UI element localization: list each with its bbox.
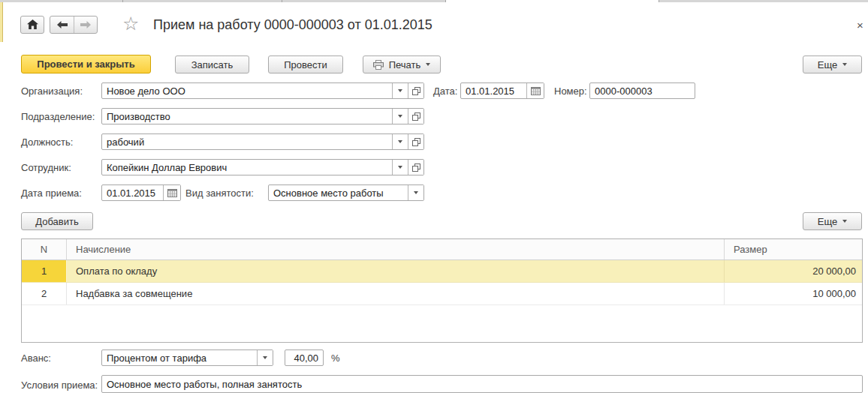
- conditions-input[interactable]: [102, 376, 862, 392]
- doc-date-calendar-button[interactable]: [526, 83, 544, 98]
- position-input[interactable]: [102, 134, 392, 149]
- more-label: Еще: [818, 59, 837, 70]
- employee-open-button[interactable]: [408, 160, 423, 175]
- employee-field: [101, 159, 424, 176]
- organization-dropdown-button[interactable]: [392, 83, 408, 98]
- close-icon[interactable]: ×: [857, 20, 863, 31]
- employee-input[interactable]: [102, 160, 392, 175]
- doc-number-label: Номер:: [554, 86, 587, 97]
- employee-label: Сотрудник:: [21, 162, 71, 173]
- tab-divider: [659, 0, 659, 2]
- more-dropdown-icon: [842, 63, 847, 66]
- conditions-label: Условия приема:: [21, 380, 98, 391]
- doc-date-input[interactable]: [461, 83, 526, 98]
- organization-field: [101, 82, 424, 99]
- organization-label: Организация:: [21, 86, 83, 97]
- home-button[interactable]: [20, 16, 44, 34]
- calendar-icon: [531, 87, 541, 95]
- position-dropdown-button[interactable]: [392, 134, 408, 149]
- forward-arrow-icon: [80, 21, 91, 28]
- row-accrual-cell: Оплата по окладу: [67, 260, 725, 282]
- print-button[interactable]: Печать: [363, 56, 441, 74]
- add-row-button[interactable]: Добавить: [21, 212, 93, 230]
- more-label: Еще: [818, 216, 837, 227]
- column-header-amount[interactable]: Размер: [725, 239, 862, 260]
- advance-label: Аванс:: [21, 352, 51, 364]
- row-num-cell: 1: [22, 260, 67, 282]
- advance-percent-field: [285, 350, 324, 366]
- organization-input[interactable]: [102, 83, 392, 98]
- printer-icon: [373, 60, 384, 70]
- department-input[interactable]: [102, 109, 392, 124]
- document-window: ☆ Прием на работу 0000-000003 от 01.01.2…: [0, 0, 868, 393]
- employee-dropdown-button[interactable]: [392, 160, 408, 175]
- print-dropdown-icon: [426, 63, 430, 66]
- tab-divider: [445, 0, 446, 2]
- more-button-table[interactable]: Еще: [803, 212, 862, 230]
- active-tab-segment: [445, 0, 659, 2]
- forward-button[interactable]: [74, 16, 97, 33]
- doc-number-input[interactable]: [590, 83, 695, 98]
- advance-field: [101, 350, 273, 366]
- hire-date-calendar-button[interactable]: [163, 185, 180, 200]
- employment-type-input[interactable]: [269, 185, 408, 200]
- row-amount-cell: 10 000,00: [725, 283, 862, 304]
- open-item-icon: [412, 112, 420, 121]
- employment-type-dropdown-button[interactable]: [408, 185, 423, 200]
- chevron-down-icon: [398, 89, 402, 92]
- add-row-label: Добавить: [35, 216, 78, 227]
- chevron-down-icon: [414, 191, 418, 194]
- open-item-icon: [412, 164, 420, 172]
- post-label: Провести: [284, 59, 327, 70]
- advance-percent-input[interactable]: [285, 350, 323, 365]
- home-icon: [27, 20, 38, 30]
- accruals-table: N Начисление Размер 1 Оплата по окладу 2…: [21, 238, 863, 343]
- table-row[interactable]: 2 Надбавка за совмещение 10 000,00: [22, 283, 862, 305]
- calendar-icon: [167, 189, 177, 197]
- row-num-cell: 2: [22, 283, 67, 304]
- history-nav-group: [50, 16, 98, 34]
- save-label: Записать: [191, 59, 234, 70]
- department-field: [101, 108, 424, 124]
- chevron-down-icon: [398, 166, 402, 169]
- window-edge-accent: [0, 2, 3, 42]
- percent-sign: %: [331, 352, 340, 364]
- organization-open-button[interactable]: [408, 83, 423, 98]
- tab-divider: [282, 0, 282, 2]
- back-button[interactable]: [50, 16, 74, 33]
- hire-date-field: [101, 184, 181, 201]
- employment-type-field: [268, 184, 424, 201]
- doc-date-label: Дата:: [433, 86, 457, 97]
- position-label: Должность:: [21, 136, 73, 148]
- tab-divider: [122, 0, 123, 2]
- department-open-button[interactable]: [408, 109, 423, 124]
- row-amount-cell: 20 000,00: [725, 260, 862, 282]
- doc-date-field: [460, 82, 544, 99]
- chevron-down-icon: [398, 115, 402, 118]
- favorite-star-icon[interactable]: ☆: [122, 14, 139, 33]
- more-dropdown-icon: [842, 220, 847, 223]
- table-header-row: N Начисление Размер: [22, 239, 862, 260]
- hire-date-label: Дата приема:: [21, 188, 82, 199]
- department-dropdown-button[interactable]: [392, 109, 408, 124]
- employment-type-label: Вид занятости:: [185, 188, 254, 199]
- department-label: Подразделение:: [21, 111, 95, 122]
- post-and-close-button[interactable]: Провести и закрыть: [21, 55, 151, 74]
- more-button-top[interactable]: Еще: [803, 56, 862, 74]
- print-label: Печать: [389, 59, 421, 70]
- chevron-down-icon: [398, 140, 402, 143]
- position-open-button[interactable]: [408, 134, 423, 149]
- table-row[interactable]: 1 Оплата по окладу 20 000,00: [22, 260, 862, 283]
- save-button[interactable]: Записать: [175, 56, 249, 74]
- column-header-num[interactable]: N: [22, 239, 67, 260]
- post-and-close-label: Провести и закрыть: [37, 58, 134, 70]
- advance-dropdown-button[interactable]: [257, 350, 273, 365]
- post-button[interactable]: Провести: [268, 56, 343, 74]
- column-header-accrual[interactable]: Начисление: [67, 239, 725, 260]
- hire-date-input[interactable]: [102, 185, 163, 200]
- page-title: Прием на работу 0000-000003 от 01.01.201…: [153, 17, 432, 33]
- conditions-field: [101, 375, 863, 393]
- doc-number-field: [589, 82, 695, 99]
- chevron-down-icon: [263, 356, 267, 359]
- advance-input[interactable]: [102, 350, 257, 365]
